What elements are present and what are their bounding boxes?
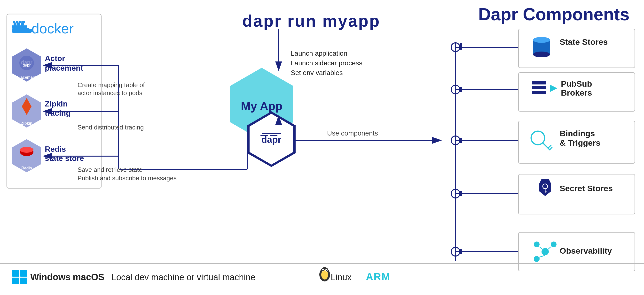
svg-text:Linux: Linux	[331, 272, 352, 282]
svg-marker-12	[12, 48, 41, 81]
svg-line-107	[539, 255, 545, 257]
svg-rect-75	[518, 29, 635, 68]
svg-rect-83	[532, 86, 546, 89]
svg-text:Redis: Redis	[45, 145, 66, 153]
svg-rect-62	[461, 43, 462, 45]
svg-line-90	[543, 143, 550, 150]
svg-point-117	[319, 268, 330, 282]
svg-rect-42	[270, 135, 278, 136]
svg-rect-2	[14, 22, 16, 25]
svg-point-59	[451, 43, 460, 51]
svg-text:Actor: Actor	[45, 54, 65, 63]
svg-line-106	[548, 247, 551, 249]
svg-rect-0	[7, 14, 101, 188]
svg-point-102	[534, 242, 540, 247]
svg-rect-95	[518, 174, 635, 214]
svg-marker-85	[550, 85, 557, 92]
svg-point-10	[27, 28, 34, 33]
svg-rect-110	[12, 270, 20, 277]
svg-rect-6	[13, 21, 15, 23]
svg-point-118	[321, 267, 328, 275]
svg-rect-88	[518, 121, 635, 163]
svg-text:dapr  run  myapp: dapr run myapp	[242, 12, 380, 30]
svg-text:Save and retrieve state: Save and retrieve state	[78, 166, 142, 173]
svg-point-89	[531, 131, 545, 145]
svg-point-103	[551, 242, 556, 247]
page-title: Dapr Components	[478, 4, 630, 24]
svg-point-78	[533, 51, 550, 57]
svg-marker-35	[230, 68, 293, 140]
svg-point-67	[451, 136, 460, 145]
svg-text:Publish and subscribe to messa: Publish and subscribe to messages	[78, 175, 177, 182]
svg-text:actor instances to pods: actor instances to pods	[78, 89, 142, 97]
svg-text:macOS: macOS	[73, 272, 104, 282]
svg-point-70	[451, 189, 460, 198]
svg-text:Windows: Windows	[30, 272, 70, 282]
svg-text:My App: My App	[241, 100, 282, 113]
svg-rect-71	[460, 191, 462, 196]
svg-text:Secret Stores: Secret Stores	[560, 184, 613, 193]
svg-text:docker: docker	[32, 20, 74, 36]
svg-marker-38	[250, 114, 293, 165]
svg-rect-68	[460, 138, 462, 143]
svg-rect-74	[460, 249, 462, 254]
svg-rect-112	[12, 278, 20, 284]
svg-text:tracing: tracing	[45, 109, 71, 117]
svg-text:Create mapping table of: Create mapping table of	[78, 81, 145, 89]
svg-text:Bindings: Bindings	[560, 129, 595, 138]
svg-rect-77	[533, 40, 550, 54]
svg-rect-113	[20, 278, 28, 284]
svg-rect-81	[518, 73, 635, 111]
svg-text:Brokers: Brokers	[561, 88, 592, 97]
svg-point-122	[322, 270, 324, 271]
svg-line-91	[548, 145, 551, 148]
svg-text:dapr: dapr	[21, 59, 32, 65]
svg-point-104	[534, 256, 540, 262]
svg-text:State Stores: State Stores	[560, 37, 608, 46]
svg-point-64	[451, 85, 460, 94]
svg-rect-7	[16, 21, 18, 23]
svg-rect-5	[12, 28, 30, 33]
svg-rect-82	[532, 81, 546, 84]
svg-text:Use components: Use components	[327, 129, 378, 137]
svg-text:Zipkin: Zipkin	[45, 99, 68, 108]
svg-marker-37	[247, 111, 296, 167]
svg-point-76	[533, 37, 550, 43]
svg-text:Set env variables: Set env variables	[291, 69, 343, 76]
svg-rect-111	[20, 270, 28, 277]
svg-rect-61	[460, 43, 461, 45]
svg-rect-84	[532, 91, 546, 94]
svg-line-105	[540, 247, 542, 249]
svg-text:& Triggers: & Triggers	[560, 138, 600, 147]
svg-text:ARM: ARM	[366, 271, 390, 283]
svg-text:Send distributed tracing: Send distributed tracing	[78, 124, 144, 131]
svg-point-73	[451, 247, 460, 256]
svg-text:Placement: Placement	[17, 75, 36, 79]
svg-rect-3	[17, 22, 20, 25]
svg-point-120	[322, 269, 324, 272]
svg-text:Local dev machine or virtual m: Local dev machine or virtual machine	[112, 272, 255, 282]
svg-rect-9	[22, 21, 25, 23]
svg-rect-1	[12, 25, 28, 28]
svg-rect-65	[460, 87, 462, 92]
svg-point-123	[326, 270, 327, 271]
svg-rect-4	[21, 22, 24, 25]
svg-marker-19	[12, 94, 41, 128]
svg-rect-8	[19, 21, 22, 23]
svg-text:Launch sidecar process: Launch sidecar process	[291, 59, 362, 67]
svg-text:dapr: dapr	[262, 135, 282, 145]
svg-rect-41	[260, 135, 268, 136]
svg-point-26	[20, 147, 34, 153]
svg-line-92	[550, 147, 552, 150]
svg-text:Redis: Redis	[21, 166, 32, 170]
svg-text:Zipkin: Zipkin	[21, 121, 32, 125]
svg-text:Launch application: Launch application	[291, 50, 348, 57]
svg-text:dapr: dapr	[23, 63, 31, 67]
svg-text:placement: placement	[45, 64, 83, 72]
svg-point-96	[543, 184, 548, 189]
svg-text:state store: state store	[45, 154, 84, 163]
svg-point-121	[325, 269, 328, 272]
svg-text:Observability: Observability	[560, 246, 612, 255]
svg-point-79	[533, 37, 550, 43]
svg-point-25	[20, 147, 34, 156]
